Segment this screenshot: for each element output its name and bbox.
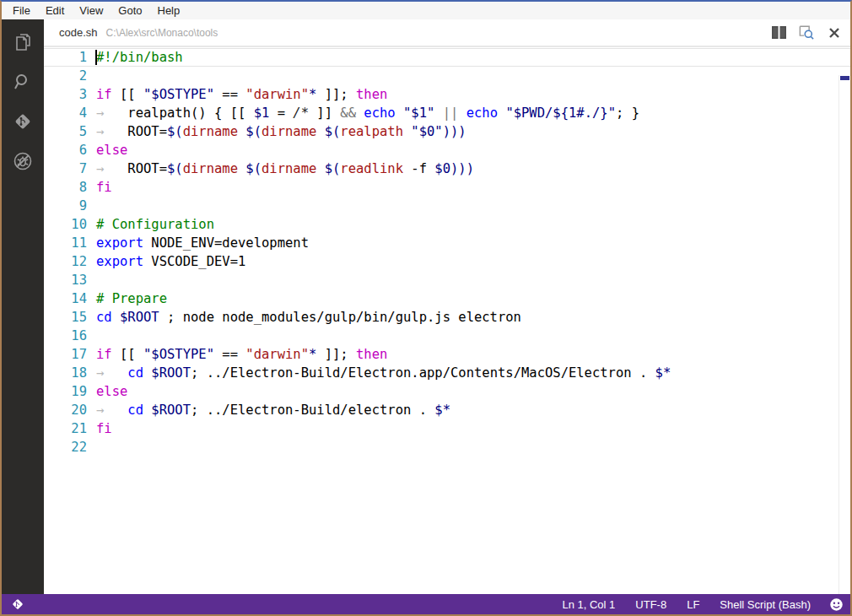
code-editor[interactable]: 1#!/bin/bash23if [[ "$OSTYPE" == "darwin… (44, 47, 850, 594)
code-line-17[interactable]: 17if [[ "$OSTYPE" == "darwin"* ]]; then (44, 345, 850, 364)
encoding-indicator[interactable]: UTF-8 (635, 598, 666, 611)
line-content: #!/bin/bash (96, 49, 850, 66)
code-line-12[interactable]: 12export VSCODE_DEV=1 (44, 252, 850, 271)
line-number: 18 (44, 364, 96, 382)
app-window: FileEditViewGotoHelp (0, 0, 852, 616)
line-number: 17 (44, 345, 96, 364)
line-number: 12 (44, 252, 96, 271)
menu-help[interactable]: Help (150, 3, 188, 19)
line-number: 15 (44, 308, 96, 327)
split-editor-icon[interactable] (771, 25, 786, 41)
line-content: → cd $ROOT; ../Electron-Build/Electron.a… (96, 364, 850, 382)
line-number: 22 (44, 438, 96, 457)
line-number: 5 (44, 122, 96, 141)
code-line-3[interactable]: 3if [[ "$OSTYPE" == "darwin"* ]]; then (44, 85, 850, 104)
menu-bar: FileEditViewGotoHelp (2, 2, 850, 19)
code-line-11[interactable]: 11export NODE_ENV=development (44, 234, 850, 252)
line-content (96, 197, 850, 215)
statusbar-right: Ln 1, Col 1UTF-8LFShell Script (Bash) (562, 598, 811, 611)
code-line-20[interactable]: 20→ cd $ROOT; ../Electron-Build/electron… (44, 401, 850, 419)
vertical-scrollbar[interactable] (839, 75, 850, 594)
line-number: 6 (44, 141, 96, 159)
code-line-7[interactable]: 7→ ROOT=$(dirname $(dirname $(readlink -… (44, 159, 850, 178)
open-preview-icon[interactable] (799, 25, 814, 41)
line-content (96, 271, 850, 289)
line-number: 10 (44, 215, 96, 234)
line-content: → cd $ROOT; ../Electron-Build/electron .… (96, 401, 850, 419)
line-number: 19 (44, 382, 96, 401)
line-content: → ROOT=$(dirname $(dirname $(readlink -f… (96, 159, 850, 178)
line-content: export NODE_ENV=development (96, 234, 850, 252)
code-line-15[interactable]: 15cd $ROOT ; node node_modules/gulp/bin/… (44, 308, 850, 327)
line-content (96, 327, 850, 345)
line-content (96, 438, 850, 457)
eol-indicator[interactable]: LF (687, 598, 699, 611)
position-indicator[interactable]: Ln 1, Col 1 (562, 598, 615, 611)
code-line-5[interactable]: 5→ ROOT=$(dirname $(dirname $(realpath "… (44, 122, 850, 141)
code-line-19[interactable]: 19else (44, 382, 850, 401)
close-icon[interactable] (827, 25, 842, 41)
line-content: export VSCODE_DEV=1 (96, 252, 850, 271)
code-line-18[interactable]: 18→ cd $ROOT; ../Electron-Build/Electron… (44, 364, 850, 382)
menu-view[interactable]: View (72, 3, 111, 19)
code-line-14[interactable]: 14# Prepare (44, 289, 850, 308)
line-number: 4 (44, 104, 96, 122)
line-content: # Prepare (96, 289, 850, 308)
tab-filename[interactable]: code.sh (59, 26, 98, 39)
editor-lines: 1#!/bin/bash23if [[ "$OSTYPE" == "darwin… (44, 48, 850, 457)
code-line-10[interactable]: 10# Configuration (44, 215, 850, 234)
line-content: cd $ROOT ; node node_modules/gulp/bin/gu… (96, 308, 850, 327)
line-content: → realpath() { [[ $1 = /* ]] && echo "$1… (96, 104, 850, 122)
line-content (96, 67, 850, 85)
line-content: else (96, 382, 850, 401)
line-number: 11 (44, 234, 96, 252)
tab-bar: code.sh C:\Alex\src\Monaco\tools (44, 19, 850, 47)
code-line-9[interactable]: 9 (44, 197, 850, 215)
line-content: → ROOT=$(dirname $(dirname $(realpath "$… (96, 122, 850, 141)
status-bar: Ln 1, Col 1UTF-8LFShell Script (Bash) (2, 594, 850, 614)
code-line-6[interactable]: 6else (44, 141, 850, 159)
code-line-2[interactable]: 2 (44, 67, 850, 85)
language-indicator[interactable]: Shell Script (Bash) (720, 598, 811, 611)
no-bugs-icon[interactable] (12, 150, 34, 172)
git-icon[interactable] (12, 111, 34, 132)
code-line-4[interactable]: 4→ realpath() { [[ $1 = /* ]] && echo "$… (44, 104, 850, 122)
activity-bar (2, 19, 44, 594)
line-number: 14 (44, 289, 96, 308)
line-number: 3 (44, 85, 96, 104)
git-branch-icon[interactable] (10, 597, 25, 612)
menu-file[interactable]: File (5, 3, 38, 19)
code-line-22[interactable]: 22 (44, 438, 850, 457)
code-line-8[interactable]: 8fi (44, 178, 850, 197)
code-line-16[interactable]: 16 (44, 327, 850, 345)
line-number: 1 (44, 49, 96, 66)
menu-goto[interactable]: Goto (111, 3, 149, 19)
overview-ruler-cursor-mark (840, 76, 849, 80)
menu-edit[interactable]: Edit (38, 3, 72, 19)
line-content: # Configuration (96, 215, 850, 234)
line-number: 7 (44, 159, 96, 178)
line-content: fi (96, 419, 850, 438)
line-number: 20 (44, 401, 96, 419)
line-number: 16 (44, 327, 96, 345)
feedback-smiley-icon[interactable] (829, 597, 844, 612)
code-line-21[interactable]: 21fi (44, 419, 850, 438)
explorer-icon[interactable] (12, 31, 34, 53)
line-number: 9 (44, 197, 96, 215)
tab-filepath: C:\Alex\src\Monaco\tools (106, 27, 218, 39)
search-icon[interactable] (12, 71, 34, 93)
line-number: 8 (44, 178, 96, 197)
line-content: else (96, 141, 850, 159)
code-line-1[interactable]: 1#!/bin/bash (44, 48, 850, 67)
line-content: fi (96, 178, 850, 197)
line-number: 2 (44, 67, 96, 85)
line-content: if [[ "$OSTYPE" == "darwin"* ]]; then (96, 85, 850, 104)
line-number: 21 (44, 419, 96, 438)
line-number: 13 (44, 271, 96, 289)
line-content: if [[ "$OSTYPE" == "darwin"* ]]; then (96, 345, 850, 364)
code-line-13[interactable]: 13 (44, 271, 850, 289)
text-cursor (95, 50, 97, 65)
